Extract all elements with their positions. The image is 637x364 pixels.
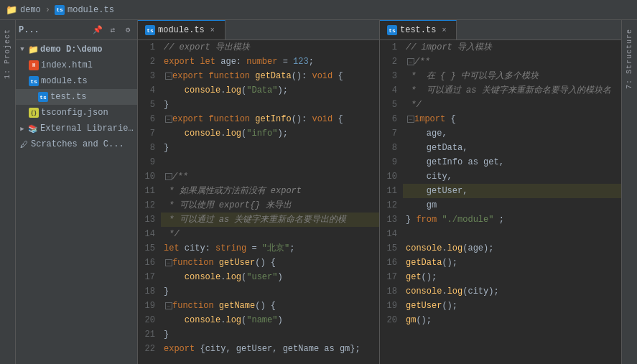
line-content: age, [403, 126, 621, 141]
tab-test-label: test.ts [400, 25, 436, 35]
code-token: } [164, 100, 169, 110]
code-token: /** [414, 57, 430, 67]
tree-item-test-ts[interactable]: ▶ ts test.ts [16, 89, 137, 105]
json-icon: {} [29, 108, 39, 118]
fold-button[interactable]: − [407, 58, 414, 65]
tree-item-demo-root[interactable]: ▼ 📁 demo D:\demo [16, 42, 137, 57]
line-content: } from "./module" ; [403, 213, 621, 227]
line-content: } [161, 284, 379, 299]
code-token: ; [289, 243, 294, 253]
code-token [406, 200, 427, 210]
project-sidebar-strip[interactable]: 1: Project [0, 20, 16, 364]
tab-module-ts[interactable]: ts module.ts × [138, 20, 225, 39]
close-module-tab[interactable]: × [208, 25, 218, 35]
line-content: } [161, 98, 379, 112]
code-token: getUser [219, 258, 255, 268]
table-row: 10−/** [138, 169, 379, 184]
line-number: 16 [380, 256, 403, 270]
fold-button[interactable]: − [165, 302, 172, 309]
ts-icon-tab-module: ts [145, 25, 155, 35]
code-token: { [333, 71, 343, 81]
code-token: ); [277, 129, 287, 139]
code-token: void [312, 71, 333, 81]
table-row: 14 */ [138, 227, 379, 241]
table-row: 17get(); [380, 270, 621, 284]
fold-button[interactable]: − [165, 73, 172, 80]
line-content: console.log("Data"); [161, 83, 379, 98]
code-token: getData, [427, 143, 468, 153]
line-number: 14 [380, 227, 403, 241]
table-row: 8 getData, [380, 141, 621, 155]
tree-item-ext-libs[interactable]: ▶ 📚 External Librarie... [16, 121, 137, 136]
table-row: 6−export function getInfo(): void { [138, 112, 379, 126]
code-token: , [272, 344, 282, 354]
table-row: 15console.log(age); [380, 241, 621, 256]
line-number: 17 [138, 270, 161, 284]
tree-item-module-ts[interactable]: ts module.ts [16, 73, 137, 89]
line-number: 17 [380, 270, 403, 284]
code-token: gm [406, 315, 416, 325]
settings-button[interactable]: ⚙ [121, 24, 134, 37]
ts-icon-module: ts [29, 76, 39, 86]
table-row: 19getUser(); [380, 299, 621, 313]
code-token: } [406, 215, 416, 225]
fold-button[interactable]: − [165, 116, 172, 123]
code-token: "info" [246, 129, 277, 139]
right-code-area[interactable]: 1// import 导入模块2−/**3 * 在 { } 中可以导入多个模块4… [380, 40, 621, 364]
code-token [164, 129, 185, 139]
line-number: 7 [380, 126, 403, 141]
line-content: −import { [403, 112, 621, 126]
code-token: log [447, 286, 463, 297]
line-number: 11 [380, 184, 403, 198]
tree-item-scratches[interactable]: 🖊 Scratches and C... [16, 136, 137, 152]
line-number: 3 [380, 69, 403, 83]
table-row: 9 getInfo as get, [380, 155, 621, 169]
line-content: gm(); [403, 313, 621, 327]
code-token: "name" [246, 315, 277, 325]
line-number: 2 [138, 55, 161, 69]
code-token: (); [416, 315, 432, 325]
fold-button[interactable]: − [407, 116, 414, 123]
code-token: ) [277, 315, 282, 325]
line-number: 4 [380, 83, 403, 98]
tree-item-tsconfig[interactable]: {} tsconfig.json [16, 105, 137, 121]
code-token: city, [427, 172, 452, 182]
table-row: 19−function getName() { [138, 299, 379, 313]
line-number: 22 [138, 342, 161, 356]
breadcrumb-sep: › [45, 5, 50, 15]
line-content [403, 227, 621, 241]
table-row: 1// import 导入模块 [380, 40, 621, 55]
line-content: * 在 { } 中可以导入多个模块 [403, 69, 621, 83]
code-token: (); [422, 272, 437, 282]
table-row: 1// export 导出模块 [138, 40, 379, 55]
pin-button[interactable]: 📌 [91, 24, 104, 37]
line-content: −function getName() { [161, 299, 379, 313]
fold-button[interactable]: − [165, 259, 172, 266]
code-token: ; [493, 215, 503, 225]
line-content: // import 导入模块 [403, 40, 621, 55]
code-token: let [164, 243, 180, 253]
right-editor-tabs: ts test.ts × [380, 20, 621, 40]
code-token: 123 [293, 57, 309, 67]
table-row: 3 * 在 { } 中可以导入多个模块 [380, 69, 621, 83]
line-number: 18 [380, 284, 403, 299]
left-code-area[interactable]: 1// export 导出模块2export let age: number =… [138, 40, 379, 364]
tree-item-index-html[interactable]: H index.html [16, 57, 137, 73]
code-token: "user" [246, 272, 277, 282]
code-token: ) [277, 272, 282, 282]
ext-libs-label: External Librarie... [40, 123, 134, 134]
code-token: "北京" [262, 243, 289, 253]
line-content: * 可以使用 export{} 来导出 [161, 198, 379, 213]
line-content: getData, [403, 141, 621, 155]
code-token: age, [427, 129, 447, 139]
tab-test-ts[interactable]: ts test.ts × [380, 20, 457, 39]
line-number: 12 [138, 198, 161, 213]
close-test-tab[interactable]: × [439, 25, 449, 35]
line-number: 19 [380, 299, 403, 313]
project-name: demo [20, 5, 41, 15]
code-token: as [319, 344, 340, 354]
code-token: console [406, 243, 442, 253]
fold-button[interactable]: − [165, 173, 172, 180]
sync-button[interactable]: ⇄ [106, 24, 119, 37]
structure-sidebar-strip[interactable]: 7: Structure [621, 20, 637, 364]
